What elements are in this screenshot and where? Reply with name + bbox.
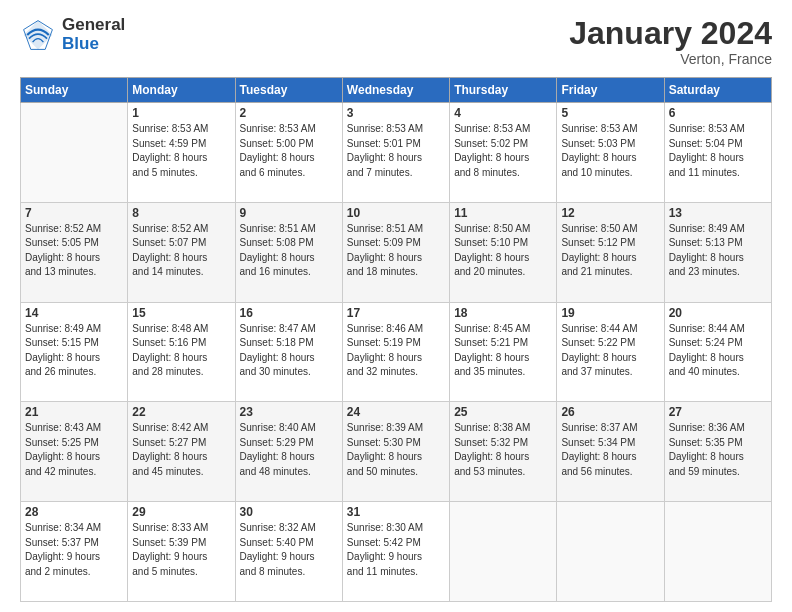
weekday-header-sunday: Sunday: [21, 78, 128, 103]
day-cell: 20Sunrise: 8:44 AM Sunset: 5:24 PM Dayli…: [664, 302, 771, 402]
day-number: 10: [347, 206, 445, 220]
day-number: 31: [347, 505, 445, 519]
day-cell: 22Sunrise: 8:42 AM Sunset: 5:27 PM Dayli…: [128, 402, 235, 502]
day-cell: 10Sunrise: 8:51 AM Sunset: 5:09 PM Dayli…: [342, 202, 449, 302]
day-number: 1: [132, 106, 230, 120]
day-info: Sunrise: 8:34 AM Sunset: 5:37 PM Dayligh…: [25, 521, 123, 579]
day-number: 23: [240, 405, 338, 419]
day-cell: 11Sunrise: 8:50 AM Sunset: 5:10 PM Dayli…: [450, 202, 557, 302]
weekday-header-thursday: Thursday: [450, 78, 557, 103]
day-info: Sunrise: 8:36 AM Sunset: 5:35 PM Dayligh…: [669, 421, 767, 479]
day-info: Sunrise: 8:37 AM Sunset: 5:34 PM Dayligh…: [561, 421, 659, 479]
day-info: Sunrise: 8:50 AM Sunset: 5:12 PM Dayligh…: [561, 222, 659, 280]
day-cell: [21, 103, 128, 203]
day-info: Sunrise: 8:48 AM Sunset: 5:16 PM Dayligh…: [132, 322, 230, 380]
day-info: Sunrise: 8:53 AM Sunset: 4:59 PM Dayligh…: [132, 122, 230, 180]
day-info: Sunrise: 8:39 AM Sunset: 5:30 PM Dayligh…: [347, 421, 445, 479]
day-info: Sunrise: 8:52 AM Sunset: 5:07 PM Dayligh…: [132, 222, 230, 280]
day-info: Sunrise: 8:47 AM Sunset: 5:18 PM Dayligh…: [240, 322, 338, 380]
day-info: Sunrise: 8:32 AM Sunset: 5:40 PM Dayligh…: [240, 521, 338, 579]
day-cell: 3Sunrise: 8:53 AM Sunset: 5:01 PM Daylig…: [342, 103, 449, 203]
day-number: 29: [132, 505, 230, 519]
day-number: 19: [561, 306, 659, 320]
day-cell: 7Sunrise: 8:52 AM Sunset: 5:05 PM Daylig…: [21, 202, 128, 302]
day-info: Sunrise: 8:53 AM Sunset: 5:03 PM Dayligh…: [561, 122, 659, 180]
day-cell: 31Sunrise: 8:30 AM Sunset: 5:42 PM Dayli…: [342, 502, 449, 602]
day-info: Sunrise: 8:53 AM Sunset: 5:00 PM Dayligh…: [240, 122, 338, 180]
day-number: 7: [25, 206, 123, 220]
day-cell: [557, 502, 664, 602]
day-number: 4: [454, 106, 552, 120]
day-info: Sunrise: 8:40 AM Sunset: 5:29 PM Dayligh…: [240, 421, 338, 479]
day-info: Sunrise: 8:52 AM Sunset: 5:05 PM Dayligh…: [25, 222, 123, 280]
day-cell: 15Sunrise: 8:48 AM Sunset: 5:16 PM Dayli…: [128, 302, 235, 402]
weekday-header-row: SundayMondayTuesdayWednesdayThursdayFrid…: [21, 78, 772, 103]
day-info: Sunrise: 8:53 AM Sunset: 5:04 PM Dayligh…: [669, 122, 767, 180]
day-cell: 29Sunrise: 8:33 AM Sunset: 5:39 PM Dayli…: [128, 502, 235, 602]
day-info: Sunrise: 8:43 AM Sunset: 5:25 PM Dayligh…: [25, 421, 123, 479]
day-number: 17: [347, 306, 445, 320]
day-cell: 12Sunrise: 8:50 AM Sunset: 5:12 PM Dayli…: [557, 202, 664, 302]
title-area: January 2024 Verton, France: [569, 16, 772, 67]
day-number: 24: [347, 405, 445, 419]
day-number: 5: [561, 106, 659, 120]
day-cell: 16Sunrise: 8:47 AM Sunset: 5:18 PM Dayli…: [235, 302, 342, 402]
day-number: 28: [25, 505, 123, 519]
day-cell: 4Sunrise: 8:53 AM Sunset: 5:02 PM Daylig…: [450, 103, 557, 203]
day-info: Sunrise: 8:38 AM Sunset: 5:32 PM Dayligh…: [454, 421, 552, 479]
logo: General Blue: [20, 16, 125, 53]
day-cell: 9Sunrise: 8:51 AM Sunset: 5:08 PM Daylig…: [235, 202, 342, 302]
day-number: 27: [669, 405, 767, 419]
day-cell: 27Sunrise: 8:36 AM Sunset: 5:35 PM Dayli…: [664, 402, 771, 502]
day-number: 30: [240, 505, 338, 519]
day-info: Sunrise: 8:50 AM Sunset: 5:10 PM Dayligh…: [454, 222, 552, 280]
day-number: 20: [669, 306, 767, 320]
day-cell: 5Sunrise: 8:53 AM Sunset: 5:03 PM Daylig…: [557, 103, 664, 203]
day-number: 26: [561, 405, 659, 419]
day-cell: 13Sunrise: 8:49 AM Sunset: 5:13 PM Dayli…: [664, 202, 771, 302]
day-cell: 26Sunrise: 8:37 AM Sunset: 5:34 PM Dayli…: [557, 402, 664, 502]
logo-blue-text: Blue: [62, 35, 125, 54]
day-cell: 8Sunrise: 8:52 AM Sunset: 5:07 PM Daylig…: [128, 202, 235, 302]
day-cell: [450, 502, 557, 602]
day-number: 16: [240, 306, 338, 320]
day-cell: 17Sunrise: 8:46 AM Sunset: 5:19 PM Dayli…: [342, 302, 449, 402]
day-number: 18: [454, 306, 552, 320]
week-row-2: 7Sunrise: 8:52 AM Sunset: 5:05 PM Daylig…: [21, 202, 772, 302]
day-number: 13: [669, 206, 767, 220]
day-number: 15: [132, 306, 230, 320]
day-cell: 18Sunrise: 8:45 AM Sunset: 5:21 PM Dayli…: [450, 302, 557, 402]
day-cell: 21Sunrise: 8:43 AM Sunset: 5:25 PM Dayli…: [21, 402, 128, 502]
calendar-table: SundayMondayTuesdayWednesdayThursdayFrid…: [20, 77, 772, 602]
main-title: January 2024: [569, 16, 772, 51]
day-cell: 25Sunrise: 8:38 AM Sunset: 5:32 PM Dayli…: [450, 402, 557, 502]
week-row-3: 14Sunrise: 8:49 AM Sunset: 5:15 PM Dayli…: [21, 302, 772, 402]
logo-icon: [20, 17, 56, 53]
day-info: Sunrise: 8:33 AM Sunset: 5:39 PM Dayligh…: [132, 521, 230, 579]
day-cell: 23Sunrise: 8:40 AM Sunset: 5:29 PM Dayli…: [235, 402, 342, 502]
weekday-header-saturday: Saturday: [664, 78, 771, 103]
header: General Blue January 2024 Verton, France: [20, 16, 772, 67]
page: General Blue January 2024 Verton, France…: [0, 0, 792, 612]
weekday-header-friday: Friday: [557, 78, 664, 103]
day-info: Sunrise: 8:42 AM Sunset: 5:27 PM Dayligh…: [132, 421, 230, 479]
day-cell: 24Sunrise: 8:39 AM Sunset: 5:30 PM Dayli…: [342, 402, 449, 502]
week-row-5: 28Sunrise: 8:34 AM Sunset: 5:37 PM Dayli…: [21, 502, 772, 602]
day-number: 12: [561, 206, 659, 220]
logo-general-text: General: [62, 16, 125, 35]
day-cell: 2Sunrise: 8:53 AM Sunset: 5:00 PM Daylig…: [235, 103, 342, 203]
day-number: 9: [240, 206, 338, 220]
day-cell: 19Sunrise: 8:44 AM Sunset: 5:22 PM Dayli…: [557, 302, 664, 402]
calendar-body: 1Sunrise: 8:53 AM Sunset: 4:59 PM Daylig…: [21, 103, 772, 602]
day-info: Sunrise: 8:51 AM Sunset: 5:08 PM Dayligh…: [240, 222, 338, 280]
day-cell: 28Sunrise: 8:34 AM Sunset: 5:37 PM Dayli…: [21, 502, 128, 602]
day-number: 8: [132, 206, 230, 220]
day-info: Sunrise: 8:53 AM Sunset: 5:01 PM Dayligh…: [347, 122, 445, 180]
day-number: 21: [25, 405, 123, 419]
weekday-header-wednesday: Wednesday: [342, 78, 449, 103]
day-cell: 1Sunrise: 8:53 AM Sunset: 4:59 PM Daylig…: [128, 103, 235, 203]
logo-text: General Blue: [62, 16, 125, 53]
day-info: Sunrise: 8:30 AM Sunset: 5:42 PM Dayligh…: [347, 521, 445, 579]
week-row-4: 21Sunrise: 8:43 AM Sunset: 5:25 PM Dayli…: [21, 402, 772, 502]
weekday-header-tuesday: Tuesday: [235, 78, 342, 103]
